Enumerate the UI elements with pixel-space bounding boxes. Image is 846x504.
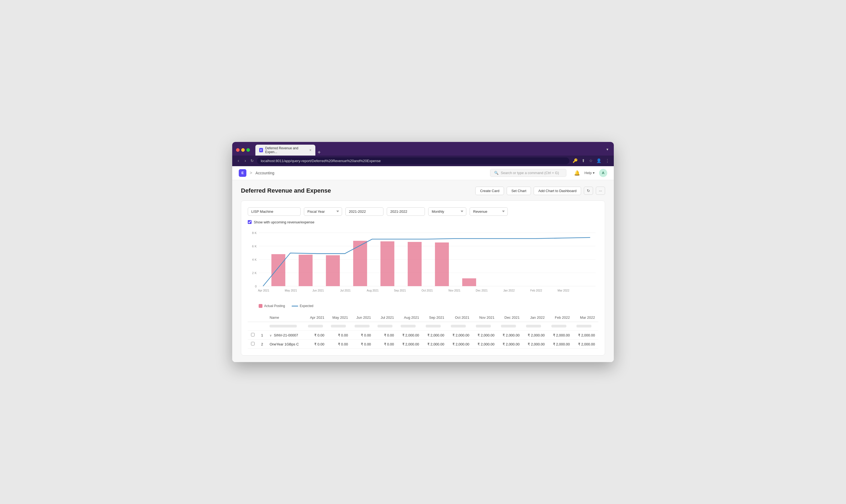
bar-dec2021 — [462, 278, 476, 286]
col-checkbox — [248, 313, 258, 322]
url-input[interactable] — [257, 158, 569, 164]
col-jan2022: Jan 2022 — [523, 313, 548, 322]
row-value-7: ₹ 2,000.00 — [473, 331, 498, 340]
page-title: Deferred Revenue and Expense — [241, 187, 331, 194]
svg-text:Apr 2021: Apr 2021 — [258, 289, 269, 292]
row-value-5: ₹ 2,000.00 — [422, 331, 447, 340]
company-filter[interactable] — [248, 207, 301, 216]
row-name[interactable]: ∨ SINV-21-00007 — [266, 331, 304, 340]
data-table: Name Apr 2021 May 2021 Jun 2021 Jul 2021… — [248, 313, 598, 349]
header-right: 🔔 Help ▾ A — [574, 169, 607, 177]
col-jun2021: Jun 2021 — [351, 313, 374, 322]
svg-text:Feb 2022: Feb 2022 — [530, 289, 542, 292]
show-upcoming-checkbox[interactable] — [248, 220, 251, 224]
row-value-7: ₹ 2,000.00 — [473, 340, 498, 349]
app-logo[interactable]: E — [239, 169, 246, 177]
user-avatar[interactable]: A — [599, 169, 607, 177]
col-num — [258, 313, 266, 322]
row-value-0: ₹ 0.00 — [305, 331, 328, 340]
search-bar[interactable]: 🔍 Search or type a command (Ctrl + G) — [490, 169, 566, 177]
menu-icon[interactable]: ⋮ — [605, 158, 610, 163]
back-button[interactable]: ‹ — [236, 158, 240, 164]
to-period-filter[interactable] — [387, 207, 425, 216]
new-tab-button[interactable]: + — [318, 149, 321, 156]
browser-dropdown[interactable]: ▾ — [606, 147, 610, 153]
skeleton-nov — [476, 325, 491, 327]
tab-close-button[interactable]: × — [309, 148, 312, 152]
report-card: Fiscal Year Monthly Quarterly Yearly Mon… — [241, 200, 605, 356]
frequency-filter[interactable]: Monthly Quarterly Half-Yearly Yearly — [428, 207, 466, 216]
skeleton-oct — [451, 325, 466, 327]
legend-actual: Actual Posting — [259, 304, 285, 308]
browser-chrome: E Deferred Revenue and Expen... × + ▾ ‹ … — [232, 142, 614, 166]
svg-text:6 K: 6 K — [252, 245, 257, 248]
skeleton-aug — [401, 325, 416, 327]
bar-aug2021 — [353, 241, 367, 286]
svg-text:May 2021: May 2021 — [285, 289, 297, 292]
row-value-9: ₹ 2,000.00 — [523, 331, 548, 340]
legend-expected: Expected — [292, 304, 314, 308]
type-filter[interactable]: Revenue Expense — [470, 207, 508, 216]
chart-area: 8 K 6 K 4 K 2 K 0 — [248, 229, 598, 308]
skeleton-feb — [551, 325, 566, 327]
legend-actual-label: Actual Posting — [264, 304, 285, 308]
row-checkbox-cell[interactable] — [248, 340, 258, 349]
row-value-6: ₹ 2,000.00 — [447, 340, 473, 349]
help-label: Help — [584, 171, 592, 175]
col-feb2022: Feb 2022 — [548, 313, 573, 322]
refresh-report-button[interactable]: ↻ — [584, 186, 593, 195]
row-value-3: ₹ 0.00 — [374, 340, 397, 349]
maximize-button[interactable] — [246, 148, 250, 152]
notification-icon[interactable]: 🔔 — [574, 170, 580, 176]
chart-svg: 8 K 6 K 4 K 2 K 0 — [248, 229, 598, 301]
set-chart-button[interactable]: Set Chart — [507, 186, 531, 195]
row-value-4: ₹ 2,000.00 — [398, 331, 422, 340]
minimize-button[interactable] — [241, 148, 245, 152]
expand-icon[interactable]: ∨ — [269, 334, 272, 337]
breadcrumb-accounting[interactable]: Accounting — [255, 171, 274, 175]
forward-button[interactable]: › — [243, 158, 247, 164]
row-checkbox[interactable] — [251, 333, 254, 337]
page-actions: Create Card Set Chart Add Chart to Dashb… — [475, 186, 605, 195]
svg-text:Sep 2021: Sep 2021 — [394, 289, 406, 292]
svg-text:Oct 2021: Oct 2021 — [422, 289, 433, 292]
skeleton-mar — [577, 325, 592, 327]
svg-text:Dec 2021: Dec 2021 — [476, 289, 488, 292]
more-options-button[interactable]: ··· — [596, 186, 605, 195]
create-card-button[interactable]: Create Card — [475, 186, 504, 195]
svg-text:Jan 2022: Jan 2022 — [503, 289, 515, 292]
col-name: Name — [266, 313, 304, 322]
bookmark-icon: ☆ — [589, 158, 593, 163]
col-aug2021: Aug 2021 — [398, 313, 422, 322]
col-dec2021: Dec 2021 — [498, 313, 523, 322]
bar-oct2021 — [408, 242, 422, 286]
skeleton-jul — [377, 325, 392, 327]
skeleton-name — [269, 325, 297, 327]
col-apr2021: Apr 2021 — [305, 313, 328, 322]
svg-text:Aug 2021: Aug 2021 — [367, 289, 378, 292]
bar-sep2021 — [381, 241, 394, 286]
add-chart-to-dashboard-button[interactable]: Add Chart to Dashboard — [534, 186, 581, 195]
tab-title: Deferred Revenue and Expen... — [265, 146, 305, 154]
skeleton-apr — [308, 325, 323, 327]
row-name[interactable]: OneYear 1GBps C — [266, 340, 304, 349]
row-value-1: ₹ 0.00 — [328, 331, 351, 340]
close-button[interactable] — [236, 148, 240, 152]
row-checkbox-cell[interactable] — [248, 331, 258, 340]
bar-jul2021 — [326, 255, 340, 286]
row-value-4: ₹ 2,000.00 — [398, 340, 422, 349]
browser-tabs: E Deferred Revenue and Expen... × + — [255, 145, 604, 156]
skeleton-may — [331, 325, 346, 327]
refresh-button[interactable]: ↻ — [250, 159, 254, 163]
row-checkbox[interactable] — [251, 342, 254, 345]
skeleton-jan — [526, 325, 541, 327]
row-value-6: ₹ 2,000.00 — [447, 331, 473, 340]
active-tab[interactable]: E Deferred Revenue and Expen... × — [255, 145, 315, 156]
help-button[interactable]: Help ▾ — [584, 171, 595, 175]
row-value-11: ₹ 2,000.00 — [573, 340, 598, 349]
svg-text:0: 0 — [255, 285, 257, 288]
from-period-filter[interactable] — [345, 207, 384, 216]
svg-text:2 K: 2 K — [252, 271, 257, 275]
period-type-filter[interactable]: Fiscal Year Monthly Quarterly Yearly — [304, 207, 342, 216]
legend-actual-box — [259, 304, 263, 308]
